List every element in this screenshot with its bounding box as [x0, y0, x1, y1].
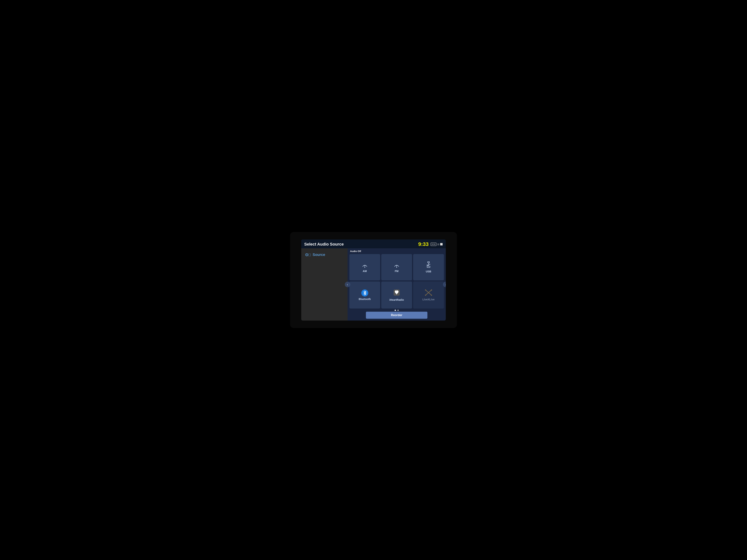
- livexlive-icon: [425, 289, 432, 297]
- reorder-button[interactable]: Reorder: [366, 312, 428, 319]
- svg-point-3: [396, 267, 397, 268]
- iheartradio-label: iHeartRadio: [389, 298, 404, 301]
- livexlive-label: LiveXLive: [422, 298, 434, 301]
- iheartradio-icon: [393, 289, 401, 297]
- source-grid: AM FM: [350, 254, 444, 309]
- source-fm-button[interactable]: FM: [381, 254, 412, 281]
- svg-point-1: [364, 267, 365, 268]
- source-am-button[interactable]: AM: [350, 254, 380, 281]
- source-iheartradio-button[interactable]: iHeartRadio: [381, 282, 412, 309]
- nav-prev-button[interactable]: ‹: [345, 282, 350, 287]
- source-livexlive-button[interactable]: LiveXLive: [413, 282, 444, 309]
- car-bezel: Select Audio Source 9:33 DCM ▥ ⬜ ⊙□ Sour…: [290, 232, 457, 328]
- usb-label: USB: [426, 270, 431, 273]
- status-icons: DCM ▥ ⬜: [431, 243, 443, 246]
- am-signal-icon: [361, 262, 368, 268]
- am-label: AM: [363, 270, 367, 273]
- clock-display: 9:33: [418, 241, 429, 247]
- svg-point-17: [425, 295, 426, 296]
- screen-title: Select Audio Source: [304, 242, 344, 247]
- pagination: [350, 310, 444, 311]
- signal-bars-icon: ▥: [437, 243, 439, 245]
- sidebar: ⊙□ Source: [301, 248, 347, 321]
- page-dot-2: [397, 310, 399, 311]
- source-bluetooth-button[interactable]: Bluetooth: [350, 282, 380, 309]
- svg-rect-4: [428, 262, 430, 263]
- screen: Select Audio Source 9:33 DCM ▥ ⬜ ⊙□ Sour…: [301, 239, 446, 321]
- header-right: 9:33 DCM ▥ ⬜: [418, 241, 443, 247]
- source-icon: ⊙□: [305, 252, 311, 257]
- bluetooth-icon: [361, 289, 368, 296]
- usb-icon: [426, 261, 432, 269]
- source-usb-button[interactable]: USB: [413, 254, 444, 281]
- bluetooth-label: Bluetooth: [359, 298, 371, 300]
- dcm-status: DCM: [431, 243, 437, 246]
- svg-point-18: [431, 295, 432, 296]
- svg-point-12: [396, 294, 397, 295]
- sidebar-item-label: Source: [313, 252, 325, 257]
- main-content: ‹ Audio Off A: [347, 248, 446, 321]
- page-dot-1: [395, 310, 396, 311]
- sidebar-item-source[interactable]: ⊙□ Source: [305, 251, 325, 259]
- header: Select Audio Source 9:33 DCM ▥ ⬜: [301, 239, 446, 248]
- audio-off-label: Audio Off: [350, 250, 444, 252]
- svg-point-15: [425, 289, 426, 291]
- svg-point-16: [431, 289, 432, 291]
- fm-label: FM: [395, 270, 398, 273]
- body: ⊙□ Source ‹ Audio Off: [301, 248, 446, 321]
- fm-signal-icon: [393, 262, 400, 268]
- device-icon: ⬜: [440, 243, 443, 245]
- svg-point-8: [430, 264, 430, 265]
